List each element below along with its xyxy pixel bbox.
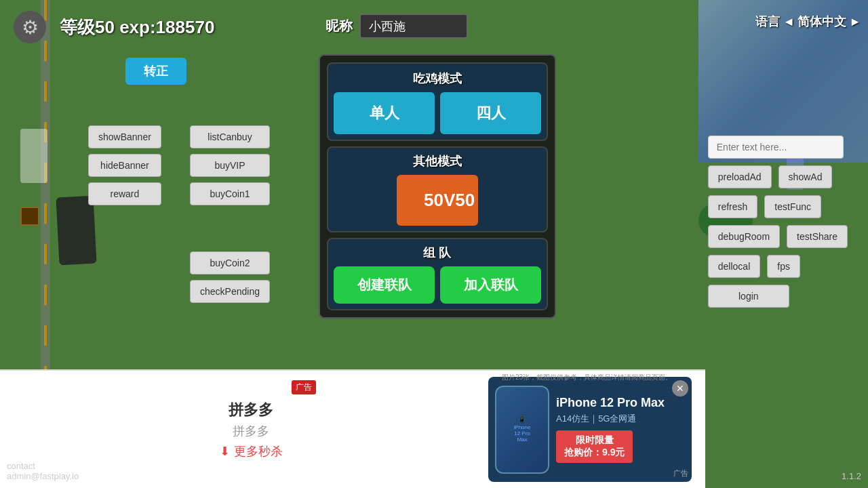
single-player-button[interactable]: 单人 — [334, 92, 435, 134]
team-title: 组 队 — [334, 245, 541, 261]
debug-buttons-col1: showBanner hideBanner reward — [88, 125, 161, 205]
reward-button[interactable]: reward — [88, 182, 161, 205]
game-panel: 吃鸡模式 单人 四人 其他模式 50V50 组 队 创建联队 加入联队 — [319, 54, 556, 319]
language-label: 语言 — [755, 14, 780, 30]
language-selector[interactable]: 语言 ◄ 简体中文 ► — [755, 14, 861, 30]
ad-more-link[interactable]: ⬇ 更多秒杀 — [14, 443, 488, 460]
debug-row-debug-share: debugRoom testShare — [708, 225, 848, 248]
debug-row-del-fps: dellocal fps — [708, 255, 848, 278]
team-buttons: 创建联队 加入联队 — [334, 266, 541, 304]
ad-down-arrow: ⬇ — [220, 444, 230, 459]
other-mode-title: 其他模式 — [413, 153, 462, 169]
contact-label: contact — [7, 461, 79, 471]
ad-left-content: 拼多多 拼多多 ⬇ 更多秒杀 — [14, 400, 488, 460]
ad-more-label: 更多秒杀 — [234, 443, 283, 460]
nickname-area: 昵称 — [326, 14, 468, 39]
chicken-mode-title: 吃鸡模式 — [334, 70, 541, 87]
team-section: 组 队 创建联队 加入联队 — [327, 238, 548, 310]
mode-buttons: 单人 四人 — [334, 92, 541, 134]
level-exp-text: 等级50 exp:188570 — [60, 17, 214, 37]
list-canbuy-button[interactable]: listCanbuy — [190, 125, 270, 148]
check-pending-button[interactable]: checkPending — [190, 280, 270, 303]
version-info: 1.1.2 — [842, 471, 861, 481]
test-func-button[interactable]: testFunc — [764, 195, 821, 218]
ad-platform-name: 拼多多 — [14, 400, 488, 420]
buy-coin1-button[interactable]: buyCoin1 — [190, 182, 270, 205]
language-left-arrow[interactable]: ◄ — [783, 15, 795, 29]
join-team-button[interactable]: 加入联队 — [440, 266, 541, 304]
footer-contact: contact admin@fastplay.io — [7, 461, 79, 481]
fps-button[interactable]: fps — [767, 255, 800, 278]
debug-room-button[interactable]: debugRoom — [708, 225, 780, 248]
nickname-label: 昵称 — [326, 17, 353, 35]
debug-row-refresh-test: refresh testFunc — [708, 195, 848, 218]
zhuanzheng-button[interactable]: 转正 — [125, 58, 186, 85]
preload-ad-button[interactable]: preloadAd — [708, 165, 772, 188]
chicken-mode-section: 吃鸡模式 单人 四人 — [327, 62, 548, 141]
ad-platform-sub: 拼多多 — [14, 423, 488, 439]
four-player-button[interactable]: 四人 — [440, 92, 541, 134]
show-ad-button[interactable]: showAd — [778, 165, 833, 188]
contact-email: admin@fastplay.io — [7, 471, 79, 481]
ad-disclaimer-text: 图片23张，截图仅供参考，具体商品详情请阅商品页面。 — [498, 369, 705, 488]
ad-tag: 广告 — [292, 380, 316, 394]
debug-text-input[interactable] — [708, 136, 844, 159]
debug-buttons-col2: listCanbuy buyVIP buyCoin1 buyCoin2 chec… — [190, 125, 270, 303]
show-banner-button[interactable]: showBanner — [88, 125, 161, 148]
other-mode-section: 其他模式 50V50 — [327, 146, 548, 232]
debug-row-preload-show: preloadAd showAd — [708, 165, 848, 188]
buy-vip-button[interactable]: buyVIP — [190, 154, 270, 177]
gear-icon[interactable]: ⚙ — [14, 11, 46, 43]
create-team-button[interactable]: 创建联队 — [334, 266, 435, 304]
debug-row-login: login — [708, 285, 848, 308]
language-value: 简体中文 — [797, 14, 846, 30]
car-decoration — [56, 196, 96, 266]
dellocal-button[interactable]: dellocal — [708, 255, 760, 278]
language-right-arrow[interactable]: ► — [849, 15, 861, 29]
refresh-button[interactable]: refresh — [708, 195, 758, 218]
fifty-v-fifty-button[interactable]: 50V50 — [397, 175, 478, 226]
debug-buttons-right: preloadAd showAd refresh testFunc debugR… — [708, 136, 848, 308]
debug-row-text-input — [708, 136, 848, 159]
hide-banner-button[interactable]: hideBanner — [88, 154, 161, 177]
chest-decoration — [20, 207, 39, 226]
test-share-button[interactable]: testShare — [787, 225, 848, 248]
player-character-left — [20, 129, 47, 183]
login-button[interactable]: login — [708, 285, 789, 308]
ad-banner: 拼多多 拼多多 ⬇ 更多秒杀 广告 📱 iPhone 12 Pro Max iP… — [0, 369, 705, 488]
buy-coin2-button[interactable]: buyCoin2 — [190, 251, 270, 274]
nickname-input[interactable] — [359, 14, 468, 39]
